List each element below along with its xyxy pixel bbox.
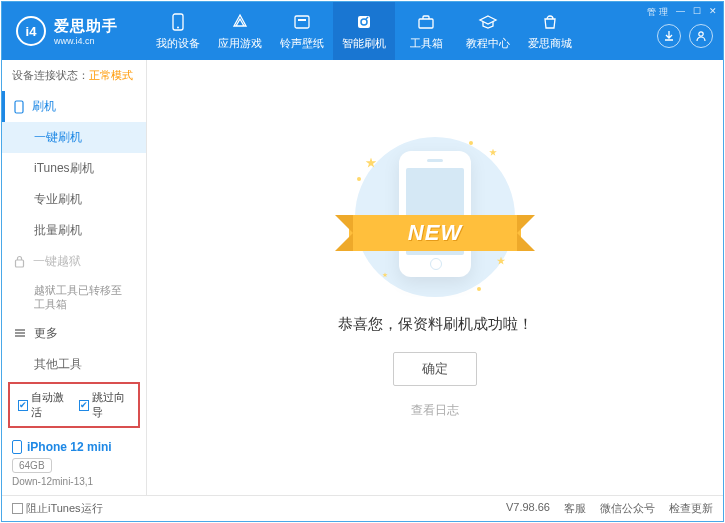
nav-tutorials[interactable]: 教程中心 [457,2,519,60]
phone-icon [14,100,24,114]
checkbox-block-itunes[interactable]: 阻止iTunes运行 [12,501,103,516]
svg-rect-8 [16,260,24,267]
flash-icon [354,12,374,32]
sidebar-list: 刷机 一键刷机 iTunes刷机 专业刷机 批量刷机 一键越狱 越狱工具已转移至… [2,91,146,378]
close-button[interactable]: ✕ [709,6,717,19]
tutorial-icon [478,12,498,32]
nav-apps-games[interactable]: 应用游戏 [209,2,271,60]
device-storage: 64GB [12,458,52,473]
status-label: 设备连接状态： [12,69,89,81]
sidebar-item-oneclick-flash[interactable]: 一键刷机 [2,122,146,153]
app-body: 设备连接状态：正常模式 刷机 一键刷机 iTunes刷机 专业刷机 批量刷机 一… [2,60,723,495]
svg-rect-5 [419,19,433,28]
checkbox-icon: ✔ [79,400,89,411]
sidebar-section-flash[interactable]: 刷机 [2,91,146,122]
menu-control[interactable]: 管 理 [647,6,668,19]
sidebar-item-pro-flash[interactable]: 专业刷机 [2,184,146,215]
main-nav: 我的设备 应用游戏 铃声壁纸 智能刷机 工具箱 教程中心 [147,2,581,60]
app-header: i4 爱思助手 www.i4.cn 我的设备 应用游戏 铃声壁纸 智能刷机 [2,2,723,60]
flash-options: ✔自动激活 ✔跳过向导 [8,382,140,428]
checkbox-skip-guide[interactable]: ✔跳过向导 [79,390,130,420]
logo-text: 爱思助手 www.i4.cn [54,17,118,46]
footer-link-wechat[interactable]: 微信公众号 [600,501,655,516]
sidebar-section-jailbreak[interactable]: 一键越狱 [2,246,146,277]
download-button[interactable] [657,24,681,48]
user-button[interactable] [689,24,713,48]
sidebar-item-itunes-flash[interactable]: iTunes刷机 [2,153,146,184]
app-name: 爱思助手 [54,17,118,36]
nav-my-device[interactable]: 我的设备 [147,2,209,60]
footer-right: V7.98.66 客服 微信公众号 检查更新 [506,501,713,516]
device-icon [12,440,22,454]
nav-store[interactable]: 爱思商城 [519,2,581,60]
wallpaper-icon [292,12,312,32]
checkbox-auto-activate[interactable]: ✔自动激活 [18,390,69,420]
svg-rect-3 [298,19,306,21]
nav-smart-flash[interactable]: 智能刷机 [333,2,395,60]
main-content: NEW 恭喜您，保资料刷机成功啦！ 确定 查看日志 [147,60,723,495]
sidebar-item-batch-flash[interactable]: 批量刷机 [2,215,146,246]
status-value: 正常模式 [89,69,133,81]
success-message: 恭喜您，保资料刷机成功啦！ [338,315,533,334]
footer-link-update[interactable]: 检查更新 [669,501,713,516]
success-illustration: NEW [355,137,515,297]
apps-icon [230,12,250,32]
svg-rect-2 [295,16,309,28]
device-info[interactable]: iPhone 12 mini 64GB Down-12mini-13,1 [2,432,146,495]
window-controls: 管 理 — ☐ ✕ [647,6,717,19]
device-name: iPhone 12 mini [12,440,136,454]
footer: 阻止iTunes运行 V7.98.66 客服 微信公众号 检查更新 [2,495,723,521]
sidebar: 设备连接状态：正常模式 刷机 一键刷机 iTunes刷机 专业刷机 批量刷机 一… [2,60,147,495]
app-window: i4 爱思助手 www.i4.cn 我的设备 应用游戏 铃声壁纸 智能刷机 [1,1,724,522]
header-actions [657,24,713,48]
svg-point-6 [699,32,703,36]
version-label: V7.98.66 [506,501,550,516]
section-label: 刷机 [32,98,56,115]
device-firmware: Down-12mini-13,1 [12,476,136,487]
svg-point-1 [177,26,179,28]
nav-toolbox[interactable]: 工具箱 [395,2,457,60]
app-logo-icon: i4 [16,16,46,46]
device-icon [168,12,188,32]
section-label: 一键越狱 [33,253,81,270]
more-icon [14,328,26,338]
view-log-link[interactable]: 查看日志 [411,402,459,419]
minimize-button[interactable]: — [676,6,685,19]
maximize-button[interactable]: ☐ [693,6,701,19]
toolbox-icon [416,12,436,32]
jailbreak-note: 越狱工具已转移至 工具箱 [2,277,146,318]
lock-icon [14,255,25,268]
ribbon-text: NEW [408,220,462,246]
checkbox-icon [12,503,23,514]
sidebar-section-more[interactable]: 更多 [2,318,146,349]
store-icon [540,12,560,32]
app-url: www.i4.cn [54,36,118,46]
sidebar-item-other-tools[interactable]: 其他工具 [2,349,146,378]
section-label: 更多 [34,325,58,342]
ok-button[interactable]: 确定 [393,352,477,386]
checkbox-icon: ✔ [18,400,28,411]
footer-link-support[interactable]: 客服 [564,501,586,516]
svg-rect-7 [15,101,23,113]
logo-area: i4 爱思助手 www.i4.cn [2,16,147,46]
nav-ringtone-wallpaper[interactable]: 铃声壁纸 [271,2,333,60]
connection-status: 设备连接状态：正常模式 [2,60,146,91]
